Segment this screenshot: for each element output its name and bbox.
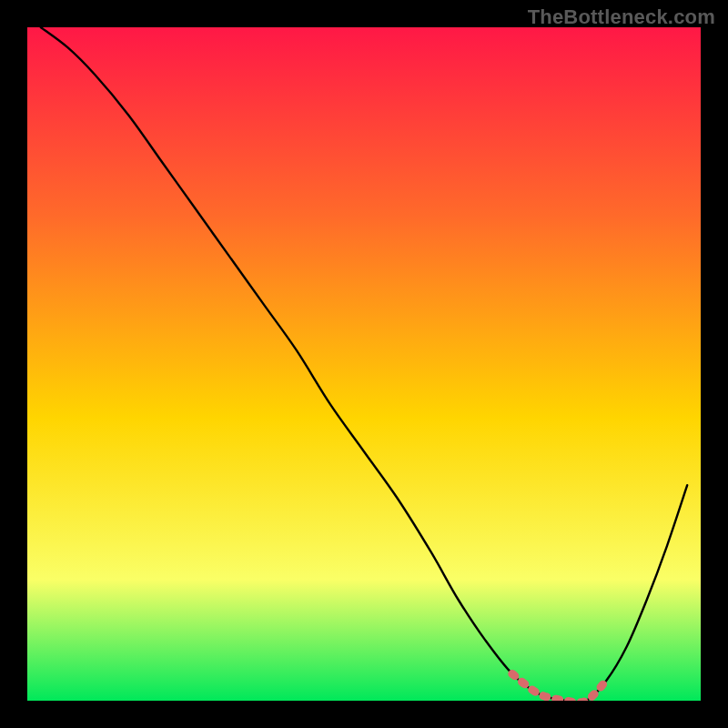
bottleneck-chart <box>0 0 728 728</box>
chart-frame: TheBottleneck.com <box>0 0 728 728</box>
watermark-text: TheBottleneck.com <box>528 5 715 29</box>
gradient-background <box>27 27 701 701</box>
